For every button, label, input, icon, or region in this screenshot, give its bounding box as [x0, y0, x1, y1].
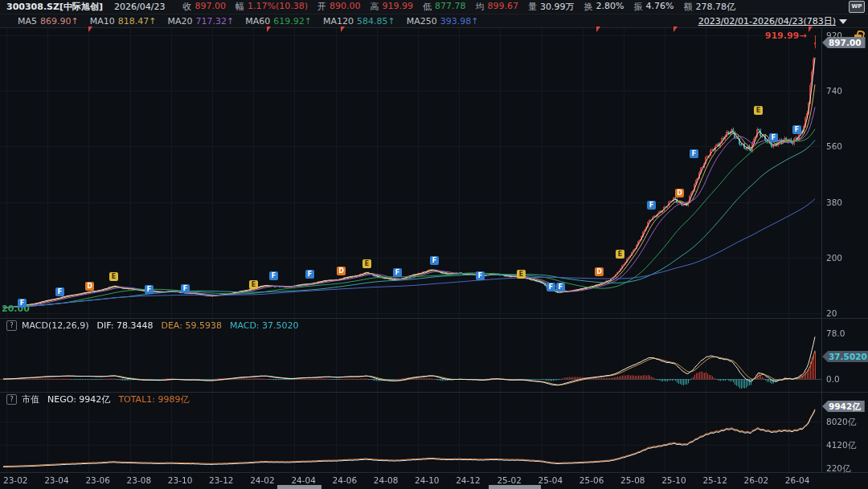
price-tick: 560: [826, 141, 842, 151]
time-tick: 23-04: [44, 475, 69, 485]
marketcap-panel-header: ? 市值 NEGO: 9942亿 TOTAL1: 9989亿: [0, 393, 820, 405]
time-tick: 23-06: [85, 475, 110, 485]
signal-marker-f[interactable]: F: [769, 133, 778, 142]
price-tick: 740: [826, 86, 842, 96]
time-tick: 25-06: [579, 475, 604, 485]
marketcap-tick: 220亿: [826, 463, 851, 475]
event-flag-icon[interactable]: [341, 26, 345, 32]
signal-marker-f[interactable]: F: [181, 284, 190, 293]
marketcap-badge: 9942亿: [822, 401, 865, 412]
signal-marker-e[interactable]: E: [517, 270, 526, 279]
price-tick: 200: [826, 253, 842, 263]
marketcap-tick: 4120亿: [826, 440, 856, 451]
time-tick: 24-08: [374, 475, 399, 485]
signal-marker-d[interactable]: D: [595, 267, 604, 276]
event-flag-icon[interactable]: [809, 26, 813, 32]
event-flag-icon[interactable]: [88, 26, 92, 32]
signal-marker-f[interactable]: F: [145, 285, 154, 294]
signal-marker-d[interactable]: D: [85, 282, 94, 291]
macd-value: MACD: 37.5020: [230, 320, 299, 331]
event-flag-icon[interactable]: [596, 26, 600, 32]
signal-marker-e[interactable]: E: [616, 250, 624, 259]
event-flag-icon[interactable]: [674, 26, 678, 32]
macd-tick: 0.0: [826, 374, 840, 384]
time-tick: 26-02: [744, 475, 769, 485]
time-tick: 23-08: [127, 475, 152, 485]
signal-marker-f[interactable]: F: [476, 271, 485, 280]
signal-marker-e[interactable]: E: [754, 106, 763, 115]
macd-tick: 78.0: [826, 328, 845, 338]
current-price-badge: 897.00: [822, 37, 866, 48]
marketcap-title: 市值: [22, 393, 39, 405]
stock-chart-app: 300308.SZ[中际旭创] 2026/04/23 收897.00幅1.17%…: [0, 0, 868, 489]
price-tick: 380: [826, 198, 842, 207]
signal-marker-f[interactable]: F: [792, 125, 801, 134]
signal-marker-d[interactable]: D: [675, 189, 684, 198]
time-tick: 24-04: [291, 475, 316, 485]
signal-marker-e[interactable]: E: [362, 259, 371, 268]
time-tick: 26-04: [785, 475, 810, 485]
time-tick: 25-12: [702, 475, 727, 485]
macd-title: MACD(12,26,9): [22, 320, 89, 331]
candlestick-chart-canvas[interactable]: [0, 0, 868, 489]
signal-marker-f[interactable]: F: [393, 268, 402, 277]
time-tick: 24-02: [250, 475, 275, 485]
dea-value: DEA: 59.5938: [161, 320, 221, 331]
signal-marker-e[interactable]: E: [109, 272, 118, 281]
signal-marker-f[interactable]: F: [269, 271, 278, 280]
signal-marker-f[interactable]: F: [430, 256, 439, 265]
signal-marker-f[interactable]: F: [690, 149, 698, 158]
time-tick: 25-02: [497, 475, 522, 485]
signal-marker-f[interactable]: F: [647, 201, 656, 210]
macd-value-badge: 37.5020: [822, 351, 868, 362]
time-tick: 23-02: [3, 475, 28, 485]
macd-panel-header: ? MACD(12,26,9) DIF: 78.3448 DEA: 59.593…: [0, 320, 820, 331]
time-tick: 25-08: [620, 475, 645, 485]
time-tick: 24-06: [333, 475, 358, 485]
nego-value: NEGO: 9942亿: [47, 393, 110, 405]
signal-marker-f[interactable]: F: [547, 283, 555, 291]
dif-value: DIF: 78.3448: [97, 320, 154, 331]
help-icon[interactable]: ?: [6, 394, 17, 405]
signal-marker-f[interactable]: F: [55, 287, 64, 296]
signal-marker-d[interactable]: D: [337, 267, 346, 275]
event-flag-icon[interactable]: [267, 26, 271, 32]
total-value: TOTAL1: 9989亿: [118, 393, 189, 405]
signal-marker-e[interactable]: E: [249, 280, 258, 289]
time-tick: 25-04: [538, 475, 563, 485]
highest-price-label: 919.99→: [765, 31, 807, 41]
signal-marker-f[interactable]: F: [18, 299, 27, 308]
time-tick: 24-10: [415, 475, 440, 485]
time-tick: 23-12: [209, 475, 234, 485]
signal-marker-f[interactable]: F: [556, 283, 565, 291]
help-icon[interactable]: ?: [6, 320, 17, 331]
time-tick: 24-12: [456, 475, 481, 485]
price-tick: 20: [826, 308, 837, 318]
time-tick: 25-10: [661, 475, 686, 485]
scrollbar-thumb[interactable]: [489, 485, 541, 489]
time-tick: 23-10: [168, 475, 193, 485]
signal-marker-f[interactable]: F: [305, 270, 314, 279]
scrollbar-thumb[interactable]: [277, 485, 321, 489]
marketcap-tick: 8020亿: [826, 417, 856, 428]
